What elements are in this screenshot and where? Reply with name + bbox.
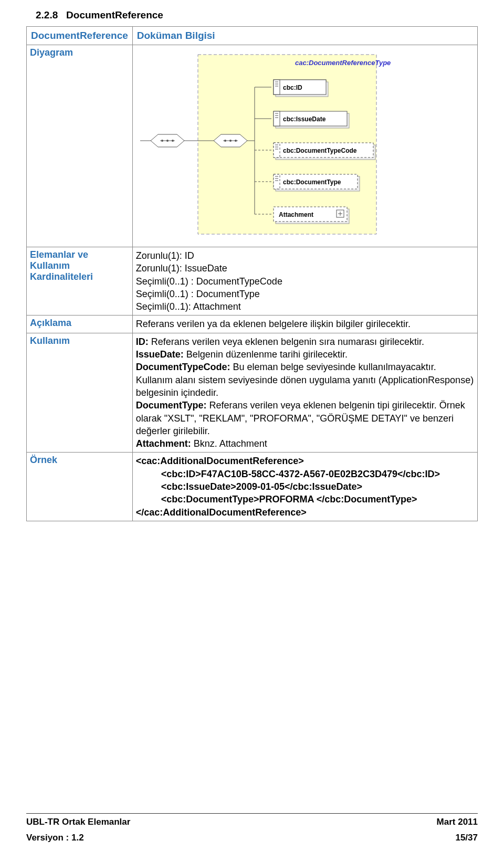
section-title-text: DocumentReference xyxy=(66,9,163,20)
svg-text:cbc:IssueDate: cbc:IssueDate xyxy=(283,115,326,123)
svg-text:cbc:DocumentType: cbc:DocumentType xyxy=(283,178,341,186)
table-header-right: Doküman Bilgisi xyxy=(132,27,477,45)
footer-left-top: UBL-TR Ortak Elemanlar xyxy=(26,817,130,827)
svg-point-5 xyxy=(172,140,174,142)
inner-sequence-icon xyxy=(214,134,247,147)
section-number: 2.2.8 xyxy=(36,9,58,20)
node-cbc-id: cbc:ID xyxy=(274,80,328,97)
svg-point-9 xyxy=(224,140,226,142)
diagram-title: cac:DocumentReferenceType xyxy=(295,59,391,67)
svg-text:Attachment: Attachment xyxy=(279,211,313,218)
schema-diagram: cac:DocumentReferenceType xyxy=(140,51,392,240)
page-footer: UBL-TR Ortak Elemanlar Mart 2011 Versiyo… xyxy=(26,813,478,843)
svg-text:cbc:ID: cbc:ID xyxy=(283,84,302,91)
node-cbc-doctype: cbc:DocumentType xyxy=(274,174,360,191)
svg-point-3 xyxy=(161,140,163,142)
section-heading: 2.2.8 DocumentReference xyxy=(26,0,478,26)
ornek-label: Örnek xyxy=(27,453,133,521)
aciklama-content: Referans verilen ya da eklenen belgelere… xyxy=(132,316,477,333)
node-attachment: Attachment xyxy=(274,207,349,224)
svg-point-4 xyxy=(166,140,169,142)
elements-label: Elemanlar ve Kullanım Kardinaliteleri xyxy=(27,247,133,316)
table-header-left: DocumentReference xyxy=(27,27,133,45)
kullanim-label: Kullanım xyxy=(27,333,133,453)
svg-point-11 xyxy=(235,140,237,142)
elements-content: Zorunlu(1): ID Zorunlu(1): IssueDate Seç… xyxy=(132,247,477,316)
svg-point-10 xyxy=(229,140,232,142)
node-cbc-issuedate: cbc:IssueDate xyxy=(274,111,349,128)
footer-right-top: Mart 2011 xyxy=(437,817,478,827)
kullanim-content: ID: Referans verilen veya eklenen belgen… xyxy=(132,333,477,453)
sequence-connector-icon xyxy=(140,134,184,147)
footer-left-bottom: Versiyon : 1.2 xyxy=(26,833,84,843)
aciklama-label: Açıklama xyxy=(27,316,133,333)
diagram-label: Diyagram xyxy=(27,45,133,247)
footer-right-bottom: 15/37 xyxy=(455,833,478,843)
document-reference-table: DocumentReference Doküman Bilgisi Diyagr… xyxy=(26,26,478,521)
node-cbc-doctypecode: cbc:DocumentTypeCode xyxy=(274,143,375,160)
svg-text:cbc:DocumentTypeCode: cbc:DocumentTypeCode xyxy=(283,147,357,154)
diagram-cell: cac:DocumentReferenceType xyxy=(132,45,477,247)
ornek-content: <cac:AdditionalDocumentReference> <cbc:I… xyxy=(132,453,477,521)
